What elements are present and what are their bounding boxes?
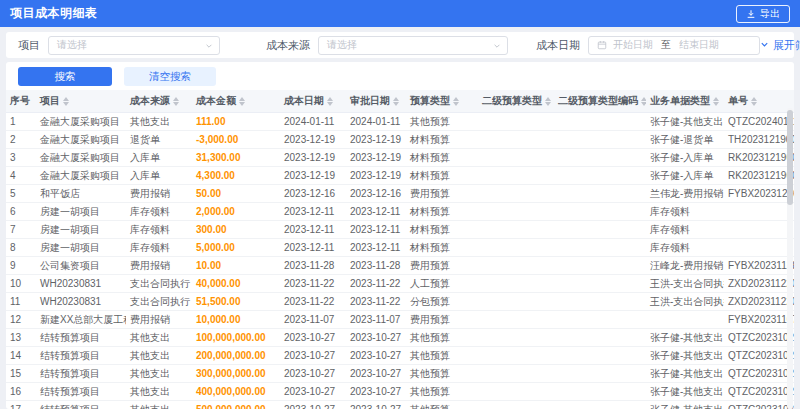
- cell-secondary-budget-type-code: [554, 257, 646, 275]
- cell-project: 结转预算项目: [36, 365, 126, 383]
- cell-approval-date: 2023-12-19: [346, 149, 406, 167]
- sort-icon: [453, 97, 459, 106]
- column-header-approval-date[interactable]: 审批日期: [346, 90, 406, 113]
- cell-budget-type: 其他预算: [406, 347, 478, 365]
- start-date-input[interactable]: 开始日期: [613, 38, 653, 52]
- cell-cost-amount: 10.00: [192, 257, 280, 275]
- table-row: 2金融大厦采购项目退货单-3,000.002023-12-192023-12-1…: [6, 131, 794, 149]
- expand-filters-link[interactable]: 展开筛选: [760, 38, 800, 53]
- column-header-secondary-budget-type-code[interactable]: 二级预算类型编码: [554, 90, 646, 113]
- vertical-scrollbar[interactable]: [787, 108, 793, 409]
- column-header-secondary-budget-type[interactable]: 二级预算类型: [478, 90, 554, 113]
- table-row: 4金融大厦采购项目入库单4,300.002023-12-192023-12-19…: [6, 167, 794, 185]
- cell-index: 5: [6, 185, 36, 203]
- expand-filters-label: 展开筛选: [773, 38, 800, 53]
- cell-doc-number: ZXD20231122002: [724, 275, 794, 293]
- cell-secondary-budget-type: [478, 329, 554, 347]
- cell-index: 10: [6, 275, 36, 293]
- end-date-input[interactable]: 结束日期: [679, 38, 719, 52]
- chevron-down-icon: [205, 36, 213, 54]
- cell-business-doc-type: [646, 311, 724, 329]
- column-header-doc-number[interactable]: 单号: [724, 90, 794, 113]
- cell-secondary-budget-type-code: [554, 311, 646, 329]
- cell-secondary-budget-type: [478, 149, 554, 167]
- table-row: 6房建一胡项目库存领料2,000.002023-12-112023-12-11材…: [6, 203, 794, 221]
- project-filter-label: 项目: [18, 38, 40, 53]
- cell-approval-date: 2023-12-11: [346, 221, 406, 239]
- cell-index: 14: [6, 347, 36, 365]
- date-range-separator: 至: [661, 38, 671, 52]
- cell-project: 公司集资项目: [36, 257, 126, 275]
- clear-search-button[interactable]: 清空搜索: [124, 67, 216, 86]
- cell-secondary-budget-type-code: [554, 203, 646, 221]
- cost-date-range-picker[interactable]: 开始日期 至 结束日期: [588, 36, 760, 55]
- cell-cost-amount: -3,000.00: [192, 131, 280, 149]
- scrollbar-thumb[interactable]: [787, 110, 793, 205]
- cell-approval-date: 2023-11-22: [346, 275, 406, 293]
- project-select-placeholder: 请选择: [57, 38, 87, 52]
- table-row: 12新建XX总部大厦工程二期费用报销10,000.002023-11-07202…: [6, 311, 794, 329]
- page-title: 项目成本明细表: [10, 5, 98, 22]
- cell-cost-amount: 500,000,000.00: [192, 401, 280, 409]
- cell-cost-amount: 2,000.00: [192, 203, 280, 221]
- search-button[interactable]: 搜索: [18, 67, 112, 86]
- cost-source-select[interactable]: 请选择: [318, 36, 508, 55]
- calendar-icon: [597, 36, 607, 54]
- cell-project: 结转预算项目: [36, 329, 126, 347]
- cell-business-doc-type: 库存领料: [646, 203, 724, 221]
- table-row: 1金融大厦采购项目其他支出111.002024-01-112024-01-11其…: [6, 113, 794, 131]
- cell-index: 15: [6, 365, 36, 383]
- cell-cost-source: 其他支出: [126, 113, 192, 131]
- cell-secondary-budget-type-code: [554, 131, 646, 149]
- project-select[interactable]: 请选择: [48, 36, 220, 55]
- cell-approval-date: 2023-10-27: [346, 383, 406, 401]
- cell-cost-source: 入库单: [126, 149, 192, 167]
- cell-doc-number: ZXD20231122001: [724, 293, 794, 311]
- cell-doc-number: QTZC20231027005: [724, 383, 794, 401]
- cell-cost-date: 2023-10-27: [280, 347, 346, 365]
- cell-index: 12: [6, 311, 36, 329]
- cell-budget-type: 材料预算: [406, 167, 478, 185]
- cell-business-doc-type: 张子健-其他支出: [646, 383, 724, 401]
- column-header-business-doc-type[interactable]: 业务单据类型: [646, 90, 724, 113]
- cell-budget-type: 材料预算: [406, 221, 478, 239]
- cell-budget-type: 费用预算: [406, 185, 478, 203]
- cell-secondary-budget-type: [478, 113, 554, 131]
- cell-business-doc-type: 张子健-其他支出: [646, 401, 724, 409]
- table-row: 3金融大厦采购项目入库单31,300.002023-12-192023-12-1…: [6, 149, 794, 167]
- export-icon: [746, 9, 756, 19]
- cell-cost-amount: 10,000.00: [192, 311, 280, 329]
- table-row: 5和平饭店费用报销50.002023-12-162023-12-16费用预算兰伟…: [6, 185, 794, 203]
- table-row: 16结转预算项目其他支出400,000,000.002023-10-272023…: [6, 383, 794, 401]
- cell-cost-date: 2023-12-19: [280, 149, 346, 167]
- project-filter: 项目 请选择: [18, 36, 220, 55]
- cell-secondary-budget-type-code: [554, 329, 646, 347]
- cell-cost-amount: 31,300.00: [192, 149, 280, 167]
- cell-cost-date: 2023-11-22: [280, 275, 346, 293]
- cell-secondary-budget-type: [478, 383, 554, 401]
- column-header-cost-date[interactable]: 成本日期: [280, 90, 346, 113]
- cell-secondary-budget-type-code: [554, 239, 646, 257]
- table-row: 14结转预算项目其他支出200,000,000.002023-10-272023…: [6, 347, 794, 365]
- cell-cost-date: 2023-12-11: [280, 239, 346, 257]
- column-header-cost-source[interactable]: 成本来源: [126, 90, 192, 113]
- cell-business-doc-type: 库存领料: [646, 239, 724, 257]
- chevron-down-icon: [760, 39, 769, 51]
- sort-icon: [239, 97, 245, 106]
- column-header-budget-type[interactable]: 预算类型: [406, 90, 478, 113]
- cell-business-doc-type: 兰伟龙-费用报销: [646, 185, 724, 203]
- cell-secondary-budget-type: [478, 131, 554, 149]
- cell-secondary-budget-type-code: [554, 383, 646, 401]
- cell-cost-source: 其他支出: [126, 401, 192, 409]
- cell-project: 房建一胡项目: [36, 221, 126, 239]
- cell-doc-number: QTZC20231027004: [724, 365, 794, 383]
- cell-business-doc-type: 王洪-支出合同执行: [646, 275, 724, 293]
- cell-index: 1: [6, 113, 36, 131]
- export-button[interactable]: 导出: [736, 5, 790, 23]
- column-header-project[interactable]: 项目: [36, 90, 126, 113]
- column-header-cost-amount[interactable]: 成本金额: [192, 90, 280, 113]
- cell-project: 金融大厦采购项目: [36, 131, 126, 149]
- cell-secondary-budget-type: [478, 167, 554, 185]
- cell-secondary-budget-type: [478, 221, 554, 239]
- cell-doc-number: RK20231219002: [724, 167, 794, 185]
